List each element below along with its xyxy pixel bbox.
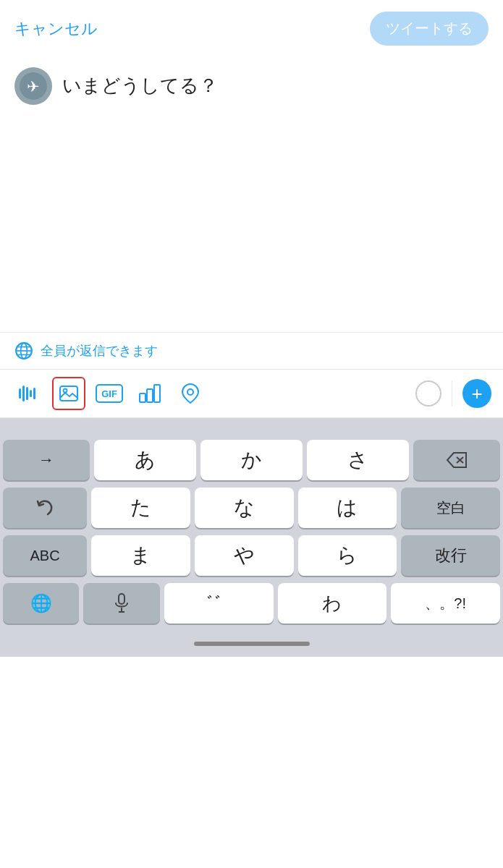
cancel-button[interactable]: キャンセル bbox=[14, 18, 98, 40]
bottom-bar bbox=[0, 631, 503, 657]
voice-icon bbox=[17, 383, 39, 404]
reply-permission-label: 全員が返信できます bbox=[41, 342, 158, 359]
key-arrow[interactable]: → bbox=[3, 440, 90, 480]
key-enter[interactable]: 改行 bbox=[401, 535, 500, 576]
polls-icon bbox=[139, 383, 161, 404]
avatar: ✈ bbox=[14, 67, 52, 105]
keyboard-row-1: → あ か さ bbox=[3, 440, 500, 480]
key-ma[interactable]: ま bbox=[91, 535, 190, 576]
image-icon-button[interactable] bbox=[52, 377, 85, 410]
keyboard-row-3: ABC ま や ら 改行 bbox=[3, 535, 500, 576]
key-ra[interactable]: ら bbox=[298, 535, 397, 576]
key-dakuten[interactable]: ﾞ゛ bbox=[164, 583, 274, 624]
keyboard-row-4: 🌐 ﾞ゛ わ 、。?! bbox=[3, 583, 500, 624]
tweet-button[interactable]: ツイートする bbox=[370, 12, 489, 46]
header: キャンセル ツイートする bbox=[0, 0, 503, 57]
home-indicator bbox=[194, 642, 310, 646]
key-undo[interactable] bbox=[3, 488, 87, 528]
add-media-button[interactable]: + bbox=[462, 379, 491, 408]
key-ta[interactable]: た bbox=[91, 488, 190, 528]
key-ha[interactable]: は bbox=[298, 488, 397, 528]
key-wa[interactable]: わ bbox=[278, 583, 387, 624]
svg-rect-10 bbox=[30, 390, 32, 397]
key-na[interactable]: な bbox=[195, 488, 294, 528]
circle-button[interactable] bbox=[415, 380, 441, 407]
backspace-icon bbox=[446, 451, 468, 469]
key-punct[interactable]: 、。?! bbox=[391, 583, 500, 624]
key-ya[interactable]: や bbox=[195, 535, 294, 576]
svg-rect-16 bbox=[140, 393, 145, 402]
svg-rect-9 bbox=[26, 387, 28, 400]
gif-icon-button[interactable]: GIF bbox=[93, 377, 126, 410]
location-icon bbox=[181, 383, 200, 404]
svg-rect-11 bbox=[33, 388, 35, 399]
svg-rect-22 bbox=[119, 594, 124, 604]
keyboard-rows: → あ か さ た な は 空白 bbox=[0, 437, 503, 631]
svg-point-13 bbox=[64, 389, 67, 393]
plus-icon: + bbox=[471, 383, 482, 405]
reply-permission-bar: 全員が返信できます bbox=[0, 332, 503, 370]
avatar-image: ✈ bbox=[20, 72, 47, 100]
svg-rect-17 bbox=[147, 389, 153, 402]
svg-rect-7 bbox=[19, 388, 21, 399]
key-sa[interactable]: さ bbox=[307, 440, 409, 480]
mic-icon bbox=[114, 593, 130, 613]
svg-point-19 bbox=[187, 389, 193, 395]
toolbar: GIF + bbox=[0, 370, 503, 418]
location-icon-button[interactable] bbox=[174, 377, 207, 410]
key-space[interactable]: 空白 bbox=[401, 488, 500, 528]
polls-icon-button[interactable] bbox=[133, 377, 166, 410]
keyboard-top-bar bbox=[0, 427, 503, 437]
svg-rect-18 bbox=[154, 385, 160, 402]
key-a[interactable]: あ bbox=[94, 440, 196, 480]
undo-icon bbox=[35, 498, 54, 517]
compose-area: ✈ いまどうしてる？ bbox=[0, 57, 503, 332]
key-abc[interactable]: ABC bbox=[3, 535, 87, 576]
globe-icon bbox=[14, 341, 33, 360]
toolbar-separator bbox=[452, 380, 452, 407]
key-emoji[interactable]: 🌐 bbox=[3, 583, 79, 624]
gif-icon: GIF bbox=[96, 383, 123, 404]
tweet-content[interactable]: いまどうしてる？ bbox=[62, 67, 489, 98]
keyboard-area: → あ か さ た な は 空白 bbox=[0, 418, 503, 657]
keyboard-row-2: た な は 空白 bbox=[3, 488, 500, 528]
key-backspace[interactable] bbox=[413, 440, 500, 480]
voice-icon-button[interactable] bbox=[12, 377, 45, 410]
svg-rect-8 bbox=[22, 386, 25, 401]
svg-rect-12 bbox=[60, 386, 77, 401]
image-icon bbox=[59, 383, 79, 404]
key-mic[interactable] bbox=[83, 583, 159, 624]
svg-text:✈: ✈ bbox=[27, 78, 40, 95]
key-ka[interactable]: か bbox=[200, 440, 303, 480]
svg-text:GIF: GIF bbox=[101, 388, 117, 399]
